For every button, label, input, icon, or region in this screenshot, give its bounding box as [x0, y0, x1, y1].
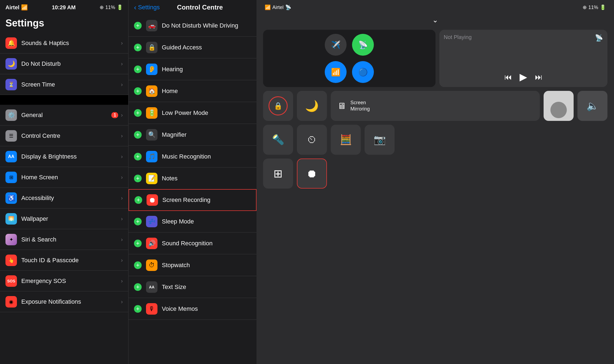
cc-icon-notes: 📝 [146, 173, 157, 184]
cc-wifi-btn[interactable]: 📶 [325, 61, 347, 83]
screen-mirror-icon: 🖥 [337, 101, 346, 111]
cc-add-text-size[interactable]: + [134, 283, 142, 291]
settings-item-do-not-disturb[interactable]: 🌙 Do Not Disturb › [0, 53, 128, 74]
cc-add-notes[interactable]: + [134, 175, 142, 182]
cc-item-guided-access[interactable]: + 🔒 Guided Access [129, 37, 257, 58]
cc-moon-tile[interactable]: 🌙 [297, 91, 327, 121]
settings-item-display-brightness[interactable]: AA Display & Brightness › [0, 146, 128, 167]
cc-flashlight-tile[interactable]: 🔦 [263, 125, 293, 155]
control-ui-panel: 📶 Airtel 📡 ⊕ 11% 🔋 ⌄ ✈️ 📡 [257, 0, 614, 364]
cc-add-low-power[interactable]: + [134, 109, 142, 117]
np-play-icon[interactable]: ▶ [520, 71, 527, 83]
cc-icon-hearing: 👂 [146, 64, 157, 75]
np-airplay-icon[interactable]: 📡 [595, 34, 603, 42]
home-screen-label: Home Screen [21, 174, 121, 181]
cc-add-sleep-mode[interactable]: + [134, 218, 142, 225]
cc-item-voice-memos[interactable]: + 🎙 Voice Memos [129, 298, 257, 320]
cc-item-sound-recognition[interactable]: + 🔊 Sound Recognition [129, 232, 257, 254]
cc-connectivity-tile[interactable]: ✈️ 📡 📶 🔵 [263, 30, 436, 87]
cc-add-stopwatch[interactable]: + [134, 261, 142, 269]
cc-add-dnd-driving[interactable]: + [134, 22, 142, 29]
cc-label-sleep-mode: Sleep Mode [162, 218, 251, 225]
dnd-chevron: › [121, 61, 123, 67]
cc-now-playing-tile[interactable]: Not Playing 📡 ⏮ ▶ ⏭ [439, 30, 607, 87]
left-status-carrier-time: Airtel 📶 [5, 4, 28, 11]
cc-add-voice-memos[interactable]: + [134, 305, 142, 313]
cc-label-screen-recording: Screen Recording [162, 196, 251, 204]
sounds-chevron: › [121, 40, 123, 46]
settings-item-accessibility[interactable]: ♿ Accessibility › [0, 188, 128, 208]
cc-label-notes: Notes [162, 175, 251, 182]
settings-item-screen-time[interactable]: ⏳ Screen Time › [0, 74, 128, 95]
settings-item-emergency-sos[interactable]: SOS Emergency SOS › [0, 271, 128, 291]
settings-item-control-centre[interactable]: ☰ Control Centre › [0, 126, 128, 146]
cc-item-screen-recording[interactable]: + ⏺ Screen Recording [129, 189, 257, 211]
cc-icon-home: 🏠 [146, 85, 157, 97]
cc-qr-tile[interactable]: ⊞ [263, 159, 293, 189]
exposure-label: Exposure Notifications [21, 298, 121, 305]
cc-ui-battery-text: 11% [588, 5, 598, 10]
left-battery-text: 11% [105, 5, 115, 10]
cc-icon-stopwatch: ⏱ [146, 259, 157, 271]
np-prev-icon[interactable]: ⏮ [504, 73, 512, 82]
general-chevron: › [121, 112, 123, 118]
display-brightness-label: Display & Brightness [21, 153, 121, 160]
cc-icon-dnd-driving: 🚗 [146, 20, 157, 31]
left-status-right: ⊕ 11% 🔋 [100, 4, 123, 10]
cc-back-button[interactable]: ‹ Settings [134, 3, 160, 12]
cc-item-low-power[interactable]: + 🔋 Low Power Mode [129, 102, 257, 124]
cc-items-list: + 🚗 Do Not Disturb While Driving + 🔒 Gui… [129, 15, 257, 364]
cc-calculator-tile[interactable]: 🧮 [331, 125, 361, 155]
cc-label-voice-memos: Voice Memos [162, 305, 251, 312]
cc-item-hearing[interactable]: + 👂 Hearing [129, 58, 257, 80]
general-icon: ⚙️ [5, 109, 17, 121]
settings-panel: Airtel 📶 10:29 AM ⊕ 11% 🔋 Settings 🔔 Sou… [0, 0, 128, 364]
cc-bluetooth-btn[interactable]: 🔵 [352, 61, 374, 83]
cc-lock-tile[interactable]: 🔒 [263, 91, 293, 121]
cc-airplane-btn[interactable]: ✈️ [325, 34, 347, 56]
cc-add-hearing[interactable]: + [134, 65, 142, 73]
settings-item-touch-id[interactable]: 👆 Touch ID & Passcode › [0, 250, 128, 271]
settings-item-wallpaper[interactable]: 🌅 Wallpaper › [0, 208, 128, 229]
cc-volume-tile[interactable]: 🔈 [577, 91, 607, 121]
cc-label-low-power: Low Power Mode [162, 109, 251, 117]
cc-screen-mirror-tile[interactable]: 🖥 ScreenMirroring [331, 91, 540, 121]
back-label: Settings [138, 4, 160, 11]
sounds-icon: 🔔 [5, 37, 17, 49]
screen-time-label: Screen Time [21, 81, 121, 88]
touch-id-icon: 👆 [5, 255, 17, 266]
cc-item-dnd-driving[interactable]: + 🚗 Do Not Disturb While Driving [129, 15, 257, 37]
cc-timer-tile[interactable]: ⏲ [297, 125, 327, 155]
cc-ui-signal-icon: 📶 [265, 4, 271, 10]
cc-item-music-recognition[interactable]: + 🎵 Music Recognition [129, 146, 257, 168]
cc-record-tile[interactable]: ⏺ [297, 159, 327, 189]
cc-add-screen-recording[interactable]: + [135, 196, 142, 204]
cc-label-home: Home [162, 88, 251, 95]
accessibility-icon: ♿ [5, 192, 17, 204]
cc-add-magnifier[interactable]: + [134, 131, 142, 139]
bluetooth-icon: 🔵 [358, 68, 368, 77]
cc-item-home[interactable]: + 🏠 Home [129, 80, 257, 102]
settings-item-home-screen[interactable]: ⊞ Home Screen › [0, 167, 128, 188]
cc-item-stopwatch[interactable]: + ⏱ Stopwatch [129, 254, 257, 276]
settings-item-siri[interactable]: ✦ Siri & Search › [0, 229, 128, 250]
cc-icon-voice-memos: 🎙 [146, 303, 157, 315]
cc-add-music-recognition[interactable]: + [134, 153, 142, 160]
np-next-icon[interactable]: ⏭ [535, 73, 543, 82]
cc-add-guided-access[interactable]: + [134, 44, 142, 51]
cc-camera-tile[interactable]: 📷 [365, 125, 395, 155]
cc-add-home[interactable]: + [134, 87, 142, 95]
left-status-time: 10:29 AM [52, 4, 76, 11]
cc-item-sleep-mode[interactable]: + 💤 Sleep Mode [129, 211, 257, 232]
cc-add-sound-recognition[interactable]: + [134, 240, 142, 247]
settings-item-sounds[interactable]: 🔔 Sounds & Haptics › [0, 33, 128, 53]
exp-chevron: › [121, 299, 123, 305]
cc-item-text-size[interactable]: + AA Text Size [129, 276, 257, 298]
cc-cellular-btn[interactable]: 📡 [352, 34, 374, 56]
settings-item-general[interactable]: ⚙️ General 1 › [0, 105, 128, 126]
cc-brightness-tile[interactable] [544, 91, 574, 121]
cc-item-magnifier[interactable]: + 🔍 Magnifier [129, 124, 257, 146]
cc-item-notes[interactable]: + 📝 Notes [129, 168, 257, 189]
left-status-bar: Airtel 📶 10:29 AM ⊕ 11% 🔋 [0, 0, 128, 15]
settings-item-exposure[interactable]: ◉ Exposure Notifications › [0, 291, 128, 312]
